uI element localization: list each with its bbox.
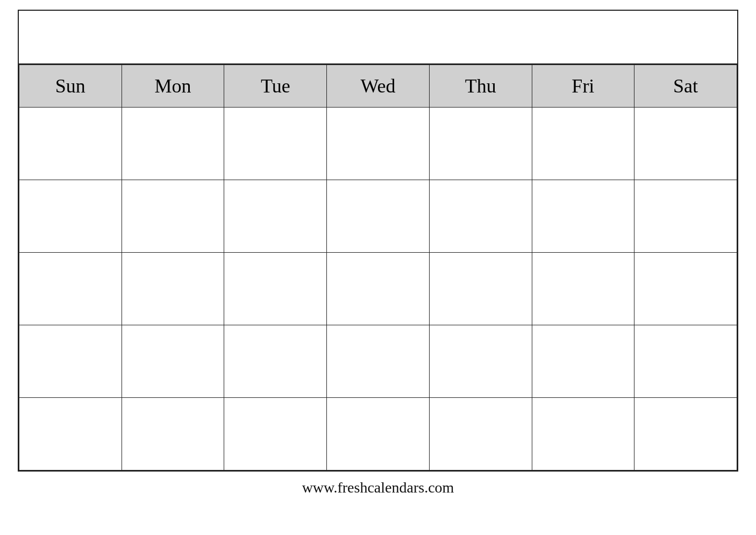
cell-1-3[interactable] xyxy=(224,108,327,180)
cell-3-6[interactable] xyxy=(532,253,634,325)
cell-4-5[interactable] xyxy=(429,325,532,398)
day-header-thu: Thu xyxy=(429,65,532,108)
calendar-row-2 xyxy=(19,180,737,253)
cell-3-5[interactable] xyxy=(429,253,532,325)
cell-5-3[interactable] xyxy=(224,398,327,470)
day-header-mon: Mon xyxy=(122,65,224,108)
calendar-header-row: Sun Mon Tue Wed Thu Fri Sat xyxy=(19,65,737,108)
calendar-grid: Sun Mon Tue Wed Thu Fri Sat xyxy=(19,65,737,470)
cell-3-4[interactable] xyxy=(327,253,430,325)
cell-2-4[interactable] xyxy=(327,180,430,253)
cell-3-7[interactable] xyxy=(634,253,737,325)
cell-1-1[interactable] xyxy=(19,108,122,180)
cell-5-5[interactable] xyxy=(429,398,532,470)
day-header-wed: Wed xyxy=(327,65,430,108)
calendar-title-area xyxy=(19,11,737,65)
cell-2-5[interactable] xyxy=(429,180,532,253)
cell-4-7[interactable] xyxy=(634,325,737,398)
cell-2-7[interactable] xyxy=(634,180,737,253)
cell-5-6[interactable] xyxy=(532,398,634,470)
cell-5-2[interactable] xyxy=(122,398,224,470)
cell-2-1[interactable] xyxy=(19,180,122,253)
calendar-row-1 xyxy=(19,108,737,180)
day-header-tue: Tue xyxy=(224,65,327,108)
cell-5-7[interactable] xyxy=(634,398,737,470)
cell-1-4[interactable] xyxy=(327,108,430,180)
calendar-row-5 xyxy=(19,398,737,470)
cell-1-7[interactable] xyxy=(634,108,737,180)
day-header-fri: Fri xyxy=(532,65,634,108)
cell-3-1[interactable] xyxy=(19,253,122,325)
calendar-container: Sun Mon Tue Wed Thu Fri Sat xyxy=(18,10,738,472)
calendar-row-4 xyxy=(19,325,737,398)
cell-1-5[interactable] xyxy=(429,108,532,180)
cell-2-2[interactable] xyxy=(122,180,224,253)
cell-5-1[interactable] xyxy=(19,398,122,470)
cell-1-6[interactable] xyxy=(532,108,634,180)
cell-4-4[interactable] xyxy=(327,325,430,398)
footer-url: www.freshcalendars.com xyxy=(0,472,756,500)
day-header-sat: Sat xyxy=(634,65,737,108)
cell-4-3[interactable] xyxy=(224,325,327,398)
cell-4-1[interactable] xyxy=(19,325,122,398)
cell-3-2[interactable] xyxy=(122,253,224,325)
cell-4-6[interactable] xyxy=(532,325,634,398)
day-header-sun: Sun xyxy=(19,65,122,108)
cell-2-6[interactable] xyxy=(532,180,634,253)
cell-4-2[interactable] xyxy=(122,325,224,398)
cell-5-4[interactable] xyxy=(327,398,430,470)
cell-2-3[interactable] xyxy=(224,180,327,253)
cell-1-2[interactable] xyxy=(122,108,224,180)
calendar-row-3 xyxy=(19,253,737,325)
cell-3-3[interactable] xyxy=(224,253,327,325)
